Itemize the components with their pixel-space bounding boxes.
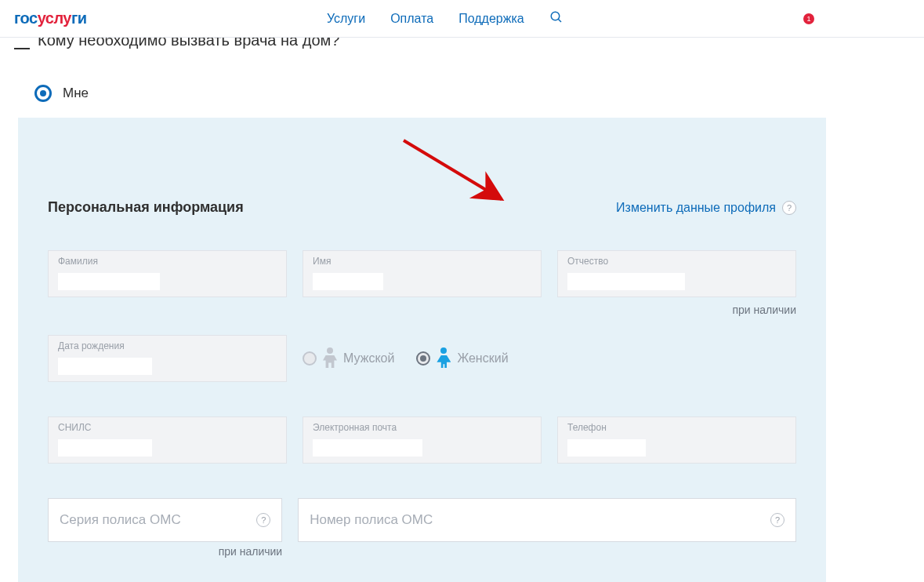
svg-line-1 (558, 19, 561, 22)
snils-value-masked (58, 439, 152, 457)
row-oms: Серия полиса ОМС ? при наличии Номер пол… (48, 498, 796, 558)
female-icon (437, 347, 451, 369)
snils-label: СНИЛС (58, 422, 277, 433)
row-name: Фамилия Имя Отчество (48, 250, 796, 297)
dob-value-masked (58, 358, 152, 375)
dob-label: Дата рождения (58, 340, 277, 351)
patronymic-field[interactable]: Отчество (557, 250, 796, 297)
row-contacts: СНИЛС Электронная почта Телефон (48, 416, 796, 464)
edit-profile-link[interactable]: Изменить данные профиля (616, 201, 776, 215)
gender-female-radio[interactable] (416, 351, 430, 366)
male-icon (323, 347, 337, 369)
form-panel: Персональная информация Изменить данные … (18, 118, 826, 582)
lastname-value-masked (58, 273, 160, 290)
oms-series-field[interactable]: Серия полиса ОМС ? (48, 498, 282, 542)
header: госуслуги Услуги Оплата Поддержка 1 (0, 0, 924, 38)
logo-part1: гос (14, 9, 38, 27)
top-nav: Услуги Оплата Поддержка (327, 10, 563, 27)
radio-me[interactable] (34, 85, 52, 102)
oms-series-hint: при наличии (48, 545, 282, 558)
recipient-radio-row: Мне (0, 56, 924, 118)
logo[interactable]: госуслуги (14, 9, 87, 27)
logo-part2: услу (38, 9, 71, 27)
lastname-label: Фамилия (58, 256, 277, 267)
gender-male-label: Мужской (343, 351, 394, 366)
radio-me-label: Мне (63, 85, 89, 101)
logo-part3: ги (71, 9, 87, 27)
email-field[interactable]: Электронная почта (303, 416, 542, 464)
gender-female-label: Женский (457, 351, 508, 366)
gender-female[interactable]: Женский (416, 347, 508, 369)
nav-support[interactable]: Поддержка (458, 12, 524, 26)
patronymic-value-masked (567, 273, 685, 290)
notification-badge[interactable]: 1 (803, 13, 814, 24)
phone-label: Телефон (567, 422, 786, 433)
phone-value-masked (567, 439, 646, 457)
gender-male-radio[interactable] (303, 351, 317, 366)
section-title: Персональная информация (48, 199, 244, 216)
nav-services[interactable]: Услуги (327, 12, 365, 26)
row-dob-gender: Дата рождения Мужской Женский (48, 335, 796, 382)
nav-payment[interactable]: Оплата (390, 12, 433, 26)
email-label: Электронная почта (313, 422, 531, 433)
help-icon[interactable]: ? (782, 201, 796, 215)
svg-point-0 (551, 12, 560, 20)
section-head: Персональная информация Изменить данные … (48, 199, 796, 216)
page-title: Кому необходимо вызвать врача на дом? (38, 38, 339, 49)
patronymic-hint: при наличии (48, 304, 796, 316)
oms-series-help-icon[interactable]: ? (256, 513, 270, 527)
patronymic-label: Отчество (567, 256, 786, 267)
title-dash-icon (14, 48, 30, 49)
firstname-label: Имя (313, 256, 531, 267)
oms-series-placeholder: Серия полиса ОМС (60, 512, 181, 528)
email-value-masked (313, 439, 422, 457)
phone-field[interactable]: Телефон (557, 416, 796, 464)
oms-number-help-icon[interactable]: ? (770, 513, 784, 527)
search-icon[interactable] (549, 10, 563, 27)
dob-field[interactable]: Дата рождения (48, 335, 287, 382)
oms-number-field[interactable]: Номер полиса ОМС ? (298, 498, 796, 542)
lastname-field[interactable]: Фамилия (48, 250, 287, 297)
firstname-value-masked (313, 273, 383, 290)
oms-number-placeholder: Номер полиса ОМС (310, 512, 433, 528)
snils-field[interactable]: СНИЛС (48, 416, 287, 464)
edit-profile-wrap: Изменить данные профиля ? (616, 201, 796, 215)
gender-male[interactable]: Мужской (303, 347, 394, 369)
gender-row: Мужской Женский (303, 347, 796, 369)
page-title-row: Кому необходимо вызвать врача на дом? (0, 38, 924, 56)
firstname-field[interactable]: Имя (303, 250, 542, 297)
